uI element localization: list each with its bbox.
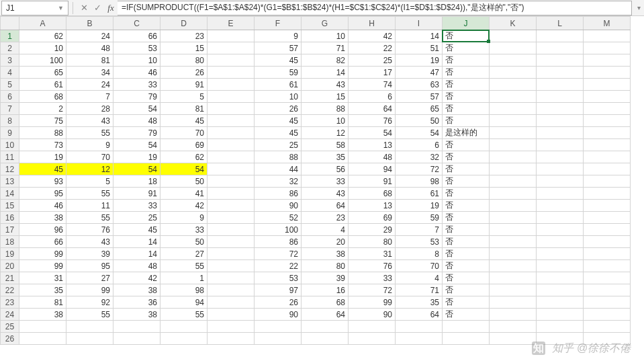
row-header-1[interactable]: 1: [1, 30, 19, 42]
cell-D10[interactable]: 69: [160, 139, 208, 151]
cell-K5[interactable]: [490, 79, 537, 91]
cell-E17[interactable]: [208, 224, 255, 236]
cell-I21[interactable]: 4: [396, 272, 443, 284]
cell-J19[interactable]: 否: [443, 248, 490, 260]
row-header-21[interactable]: 21: [1, 272, 19, 284]
cell-K23[interactable]: [490, 296, 537, 309]
cell-I22[interactable]: 71: [396, 284, 443, 296]
cell-D20[interactable]: 55: [160, 260, 208, 272]
cell-B5[interactable]: 24: [66, 79, 113, 91]
cell-D25[interactable]: [160, 321, 208, 333]
cell-D19[interactable]: 27: [160, 248, 208, 260]
cell-A22[interactable]: 35: [19, 284, 66, 296]
cell-H13[interactable]: 91: [349, 175, 396, 188]
column-header-i[interactable]: I: [396, 17, 443, 30]
cell-B16[interactable]: 55: [66, 212, 113, 224]
cell-C22[interactable]: 38: [113, 284, 160, 296]
cell-H5[interactable]: 74: [349, 79, 396, 91]
select-all-corner[interactable]: [1, 17, 19, 30]
cell-I2[interactable]: 51: [396, 42, 443, 54]
row-header-19[interactable]: 19: [1, 248, 19, 260]
cell-E20[interactable]: [208, 260, 255, 272]
cell-A11[interactable]: 19: [19, 151, 66, 163]
row-header-17[interactable]: 17: [1, 224, 19, 236]
cell-M25[interactable]: [584, 321, 631, 333]
row-header-2[interactable]: 2: [1, 42, 19, 54]
cell-E24[interactable]: [208, 309, 255, 321]
cell-M10[interactable]: [584, 139, 631, 151]
cell-K11[interactable]: [490, 151, 537, 163]
cell-D8[interactable]: 45: [160, 115, 208, 127]
cell-A10[interactable]: 73: [19, 139, 66, 151]
cell-D17[interactable]: 33: [160, 224, 208, 236]
cell-I24[interactable]: 64: [396, 309, 443, 321]
cell-H17[interactable]: 29: [349, 224, 396, 236]
cell-G9[interactable]: 12: [302, 127, 349, 139]
cell-J4[interactable]: 否: [443, 67, 490, 79]
cell-B26[interactable]: [66, 333, 113, 345]
cell-G8[interactable]: 10: [302, 115, 349, 127]
cell-D23[interactable]: 94: [160, 296, 208, 309]
column-header-l[interactable]: L: [537, 17, 584, 30]
cell-E7[interactable]: [208, 103, 255, 115]
cell-M6[interactable]: [584, 91, 631, 103]
cell-C8[interactable]: 48: [113, 115, 160, 127]
cell-J1[interactable]: 否: [443, 30, 490, 42]
cell-A24[interactable]: 38: [19, 309, 66, 321]
cell-E23[interactable]: [208, 296, 255, 309]
cell-I7[interactable]: 65: [396, 103, 443, 115]
cell-F5[interactable]: 61: [255, 79, 302, 91]
row-header-25[interactable]: 25: [1, 321, 19, 333]
cell-E19[interactable]: [208, 248, 255, 260]
cell-C14[interactable]: 91: [113, 188, 160, 200]
cell-C23[interactable]: 36: [113, 296, 160, 309]
cell-C18[interactable]: 14: [113, 236, 160, 248]
cancel-icon[interactable]: ✕: [77, 1, 91, 15]
cell-F6[interactable]: 10: [255, 91, 302, 103]
cell-H21[interactable]: 33: [349, 272, 396, 284]
cell-F18[interactable]: 86: [255, 236, 302, 248]
row-header-12[interactable]: 12: [1, 163, 19, 175]
cell-G5[interactable]: 43: [302, 79, 349, 91]
cell-F19[interactable]: 72: [255, 248, 302, 260]
cell-L24[interactable]: [537, 309, 584, 321]
cell-J10[interactable]: 否: [443, 139, 490, 151]
cell-A19[interactable]: 99: [19, 248, 66, 260]
cell-D14[interactable]: 41: [160, 188, 208, 200]
cell-C24[interactable]: 38: [113, 309, 160, 321]
cell-L10[interactable]: [537, 139, 584, 151]
cell-L6[interactable]: [537, 91, 584, 103]
cell-A2[interactable]: 10: [19, 42, 66, 54]
cell-M14[interactable]: [584, 188, 631, 200]
cell-G25[interactable]: [302, 321, 349, 333]
cell-D6[interactable]: 5: [160, 91, 208, 103]
cell-I1[interactable]: 14: [396, 30, 443, 42]
formula-input[interactable]: =IF(SUMPRODUCT((F1=$A$1:$A$24)*(G1=$B$1:…: [118, 1, 632, 15]
cell-L15[interactable]: [537, 200, 584, 212]
cell-C21[interactable]: 42: [113, 272, 160, 284]
cell-J8[interactable]: 否: [443, 115, 490, 127]
cell-J23[interactable]: 否: [443, 296, 490, 309]
cell-J20[interactable]: 否: [443, 260, 490, 272]
cell-H20[interactable]: 76: [349, 260, 396, 272]
cell-G16[interactable]: 23: [302, 212, 349, 224]
cell-F8[interactable]: 45: [255, 115, 302, 127]
cell-M18[interactable]: [584, 236, 631, 248]
cell-J18[interactable]: 否: [443, 236, 490, 248]
cell-E18[interactable]: [208, 236, 255, 248]
cell-B21[interactable]: 27: [66, 272, 113, 284]
cell-B18[interactable]: 43: [66, 236, 113, 248]
row-header-20[interactable]: 20: [1, 260, 19, 272]
cell-K7[interactable]: [490, 103, 537, 115]
cell-G14[interactable]: 43: [302, 188, 349, 200]
cell-I23[interactable]: 35: [396, 296, 443, 309]
cell-C2[interactable]: 53: [113, 42, 160, 54]
cell-L26[interactable]: [537, 333, 584, 345]
column-header-d[interactable]: D: [160, 17, 208, 30]
cell-E3[interactable]: [208, 54, 255, 67]
cell-C15[interactable]: 33: [113, 200, 160, 212]
cell-F11[interactable]: 88: [255, 151, 302, 163]
cell-J17[interactable]: 否: [443, 224, 490, 236]
column-header-b[interactable]: B: [66, 17, 113, 30]
row-header-13[interactable]: 13: [1, 175, 19, 188]
